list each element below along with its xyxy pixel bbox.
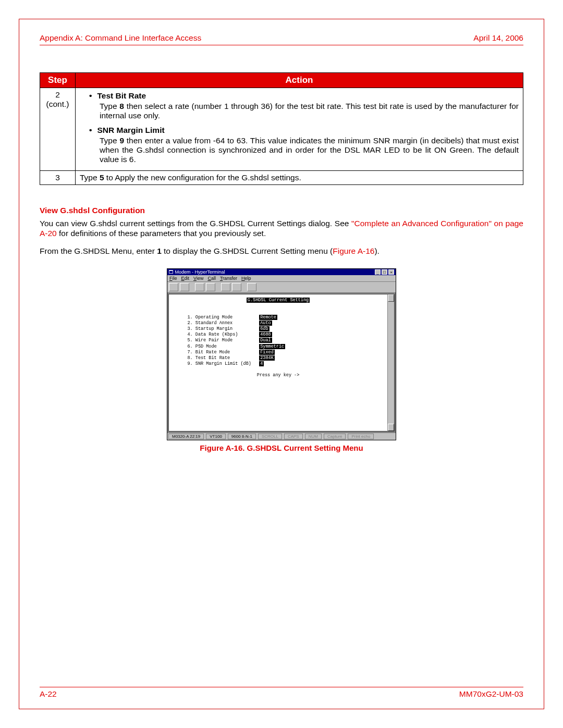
term-value: Symmetric [259, 344, 285, 349]
toolbar-connect-icon[interactable] [195, 283, 204, 291]
status-cell: M0320-A 22:19 [168, 434, 204, 439]
bullet-title: SNR Margin Limit [97, 126, 164, 135]
ht-window-buttons: _ □ × [375, 269, 394, 275]
term-value: Dual [259, 338, 272, 343]
term-value: 4 [259, 361, 264, 366]
header-right: April 14, 2006 [473, 33, 523, 43]
ht-terminal[interactable]: G.SHDSL Current Setting 1. Operating Mod… [168, 294, 387, 431]
scroll-down-icon[interactable] [388, 424, 394, 431]
term-title: G.SHDSL Current Setting [174, 298, 382, 303]
term-line: 2. Standard Annex Auto [174, 320, 382, 326]
status-cell: SCROLL [258, 434, 282, 439]
page-footer: A-22 MM70xG2-UM-03 [40, 687, 523, 699]
term-line: 6. PSD Mode Symmetric [174, 344, 382, 350]
term-line: 3. Startup Margin 6db [174, 326, 382, 332]
scrollbar[interactable] [387, 294, 395, 431]
bullet-item: • SNR Margin Limit [80, 126, 519, 135]
menu-file[interactable]: File [169, 276, 177, 281]
term-line: 5. Wire Pair Mode Dual [174, 338, 382, 343]
ht-statusbar: M0320-A 22:19 VT100 9600 8-N-1 SCROLL CA… [167, 433, 396, 440]
step-num: 2 [55, 90, 60, 99]
footer-right: MM70xG2-UM-03 [459, 689, 523, 699]
toolbar-send-icon[interactable] [221, 283, 230, 291]
term-line: 8. Test Bit Rate 2304K [174, 355, 382, 361]
menu-call[interactable]: Call [207, 276, 216, 281]
toolbar-disconnect-icon[interactable] [206, 283, 215, 291]
toolbar-new-icon[interactable] [169, 283, 178, 291]
txt: for definitions of these parameters that… [57, 229, 266, 238]
term-value: Fixed [259, 350, 275, 355]
step-cont: (cont.) [46, 100, 69, 108]
step-num: 3 [55, 173, 60, 182]
hyperterminal-window: 🗔 Modem - HyperTerminal _ □ × File Edit … [167, 268, 396, 440]
table-row: 3 Type 5 to Apply the new configuration … [40, 171, 523, 185]
body-paragraph: From the G.SHDSL Menu, enter 1 to displa… [40, 246, 523, 256]
figure: 🗔 Modem - HyperTerminal _ □ × File Edit … [40, 268, 523, 452]
menu-view[interactable]: View [193, 276, 203, 281]
action-cell: Type 5 to Apply the new configuration fo… [76, 171, 523, 185]
header-left: Appendix A: Command Line Interface Acces… [40, 33, 201, 43]
txt: then enter a value from -64 to 63. This … [100, 136, 519, 164]
toolbar-open-icon[interactable] [180, 283, 189, 291]
minimize-icon[interactable]: _ [375, 269, 381, 275]
bullet-dot: • [80, 126, 97, 135]
term-line: 4. Data Rate (Kbps) 4608 [174, 332, 382, 338]
term-value: 4608 [259, 332, 272, 337]
footer-left: A-22 [40, 689, 57, 699]
body-paragraph: You can view G.shdsl current settings fr… [40, 218, 523, 239]
txt: Modem - HyperTerminal [175, 269, 225, 275]
term-prompt: Press any key -> [174, 373, 382, 378]
ht-terminal-wrap: G.SHDSL Current Setting 1. Operating Mod… [167, 293, 396, 433]
maximize-icon[interactable]: □ [382, 269, 387, 275]
table-row: 2 (cont.) • Test Bit Rate Type 8 then se… [40, 88, 523, 171]
menu-help[interactable]: Help [241, 276, 251, 281]
bullet-title: Test Bit Rate [97, 91, 146, 101]
figure-caption: Figure A-16. G.SHDSL Current Setting Men… [200, 443, 363, 452]
txt: then select a rate (number 1 through 36)… [100, 102, 519, 120]
bullet-dot: • [80, 91, 97, 101]
figure-ref-link[interactable]: Figure A-16 [333, 246, 374, 255]
ht-title-text: 🗔 Modem - HyperTerminal [169, 269, 225, 275]
term-blank [174, 309, 177, 314]
ht-menubar: File Edit View Call Transfer Help [167, 275, 396, 282]
toolbar-receive-icon[interactable] [232, 283, 241, 291]
ht-toolbar [167, 282, 396, 293]
txt: ). [374, 246, 379, 255]
th-action: Action [76, 73, 523, 88]
status-cell: NUM [305, 434, 322, 439]
page-header: Appendix A: Command Line Interface Acces… [40, 33, 523, 45]
term-line: 1. Operating Mode Remote [174, 315, 382, 320]
status-cell: Capture [324, 434, 346, 439]
status-cell: Print echo [348, 434, 374, 439]
menu-transfer[interactable]: Transfer [220, 276, 237, 281]
action-cell: • Test Bit Rate Type 8 then select a rat… [76, 88, 523, 171]
txt: to display the G.SHDSL Current Setting m… [162, 246, 333, 255]
status-cell: CAPS [284, 434, 303, 439]
txt: to Apply the new configuration for the G… [104, 173, 301, 182]
step-cell: 3 [40, 171, 76, 185]
status-cell: 9600 8-N-1 [228, 434, 256, 439]
term-value: 2304K [259, 355, 275, 361]
txt: Type [100, 136, 119, 145]
txt-bold: 8 [119, 102, 124, 110]
term-line: 7. Bit Rate Mode Fixed [174, 350, 382, 355]
txt: You can view G.shdsl current settings fr… [40, 219, 351, 228]
txt-bold: 1 [157, 246, 162, 255]
term-line: 9. SNR Margin Limit (dB) 4 [174, 361, 382, 367]
toolbar-props-icon[interactable] [247, 283, 256, 291]
close-icon[interactable]: × [388, 269, 394, 275]
bullet-body: Type 8 then select a rate (number 1 thro… [80, 101, 519, 125]
bullet-item: • Test Bit Rate [80, 91, 519, 101]
step-cell: 2 (cont.) [40, 88, 76, 171]
th-step: Step [40, 73, 76, 88]
ht-titlebar: 🗔 Modem - HyperTerminal _ □ × [167, 269, 396, 275]
term-value: 6db [259, 326, 269, 331]
menu-edit[interactable]: Edit [181, 276, 190, 281]
scroll-up-icon[interactable] [388, 294, 394, 302]
txt: Type [80, 173, 100, 182]
txt: From the G.SHDSL Menu, enter [40, 246, 157, 255]
txt: Type [100, 102, 119, 110]
txt: G.SHDSL Current Setting [247, 298, 310, 303]
term-value: Remote [259, 315, 277, 320]
step-action-table: Step Action 2 (cont.) • Test Bit Rate Ty… [40, 72, 523, 185]
